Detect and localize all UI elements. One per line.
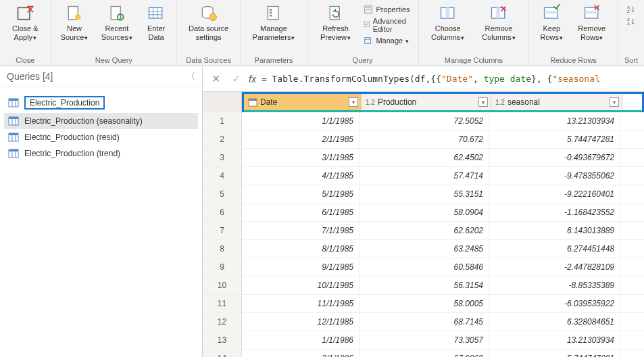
cell-date[interactable]: 1/1/1985 — [242, 112, 360, 130]
row-number: 5 — [203, 185, 242, 203]
queries-header: Queries [4] 〈 — [0, 66, 202, 87]
cell-date[interactable]: 11/1/1985 — [242, 295, 360, 312]
close-apply-button[interactable]: Close & Apply▾ — [4, 3, 47, 43]
sort-asc-button[interactable]: AZ — [625, 4, 637, 15]
new-query-group-label: New Query — [95, 56, 132, 64]
cell-date[interactable]: 9/1/1985 — [242, 258, 360, 276]
ribbon-group-sort: AZ ZA Sort — [618, 0, 644, 66]
remove-columns-button[interactable]: Remove Columns▾ — [473, 3, 524, 43]
choose-columns-button[interactable]: Choose Columns▾ — [423, 3, 473, 43]
query-item[interactable]: Electric_Production (trend) — [4, 145, 198, 162]
cell-seasonal[interactable]: 13.21303934 — [489, 331, 620, 349]
cell-production[interactable]: 73.3057 — [360, 331, 489, 349]
formula-confirm-icon[interactable]: ✓ — [228, 72, 243, 85]
table-row[interactable]: 66/1/198558.0904-1.168423552 — [203, 204, 644, 222]
cell-date[interactable]: 6/1/1985 — [242, 204, 360, 221]
query-item[interactable]: Electric_Production (resid) — [4, 129, 198, 145]
cell-date[interactable]: 4/1/1985 — [242, 167, 360, 185]
table-row[interactable]: 22/1/198570.6725.744747281 — [203, 130, 644, 149]
filter-seasonal-icon[interactable]: ▾ — [610, 97, 619, 107]
cell-seasonal[interactable]: 5.744747281 — [489, 350, 620, 357]
cell-date[interactable]: 5/1/1985 — [242, 185, 360, 203]
enter-data-button[interactable]: Enter Data — [140, 3, 172, 43]
cell-seasonal[interactable]: 13.21303934 — [489, 112, 620, 130]
new-source-button[interactable]: New Source▾ — [55, 3, 94, 43]
table-row[interactable]: 88/1/198563.24856.274451448 — [203, 240, 644, 258]
table-row[interactable]: 1212/1/198568.71456.328084651 — [203, 313, 644, 331]
properties-button[interactable]: Properties — [362, 4, 411, 15]
cell-production[interactable]: 57.4714 — [360, 167, 489, 185]
cell-date[interactable]: 2/1/1985 — [242, 130, 360, 148]
keep-rows-button[interactable]: Keep Rows▾ — [533, 3, 570, 43]
cell-seasonal[interactable]: 6.328084651 — [489, 313, 620, 331]
cell-date[interactable]: 2/1/1986 — [242, 350, 360, 357]
cell-production[interactable]: 68.7145 — [360, 313, 489, 331]
table-row[interactable]: 99/1/198560.5846-2.447828109 — [203, 258, 644, 277]
number-type-icon: 1.2 — [495, 99, 505, 106]
cell-production[interactable]: 70.672 — [360, 130, 489, 148]
data-grid: Date ▾ 1.2 Production ▾ 1.2 seasonal ▾ — [203, 92, 644, 357]
table-row[interactable]: 1111/1/198558.0005-6.039535922 — [203, 295, 644, 313]
table-row[interactable]: 142/1/198667.98695.744747281 — [203, 350, 644, 357]
ribbon: Close & Apply▾ Close New Source▾ Recent … — [0, 0, 644, 66]
cell-production[interactable]: 72.5052 — [360, 112, 489, 130]
cell-date[interactable]: 12/1/1985 — [242, 313, 360, 331]
cell-date[interactable]: 1/1/1986 — [242, 331, 360, 349]
cell-seasonal[interactable]: -0.493679672 — [489, 149, 620, 166]
cell-date[interactable]: 8/1/1985 — [242, 240, 360, 258]
recent-sources-button[interactable]: Recent Sources▾ — [93, 3, 140, 43]
cell-seasonal[interactable]: -9.222160401 — [489, 185, 620, 203]
table-icon — [8, 98, 19, 108]
collapse-queries-icon[interactable]: 〈 — [187, 70, 195, 82]
cell-production[interactable]: 55.3151 — [360, 185, 489, 203]
table-row[interactable]: 33/1/198562.4502-0.493679672 — [203, 149, 644, 167]
refresh-preview-button[interactable]: Refresh Preview▾ — [312, 3, 360, 43]
formula-cancel-icon[interactable]: ✕ — [208, 72, 223, 85]
manage-button[interactable]: Manage ▾ — [362, 35, 411, 46]
table-row[interactable]: 1010/1/198556.3154-8.85335389 — [203, 277, 644, 295]
cell-seasonal[interactable]: 6.274451448 — [489, 240, 620, 258]
cell-production[interactable]: 58.0005 — [360, 295, 489, 312]
filter-date-icon[interactable]: ▾ — [349, 97, 358, 107]
table-row[interactable]: 77/1/198562.62026.143013889 — [203, 222, 644, 240]
manage-parameters-button[interactable]: Manage Parameters▾ — [245, 3, 302, 43]
cell-production[interactable]: 58.0904 — [360, 204, 489, 221]
sort-desc-button[interactable]: ZA — [625, 16, 637, 27]
table-row[interactable]: 11/1/198572.505213.21303934 — [203, 112, 644, 130]
cell-seasonal[interactable]: -1.168423552 — [489, 204, 620, 221]
cell-production[interactable]: 62.4502 — [360, 149, 489, 166]
cell-date[interactable]: 3/1/1985 — [242, 149, 360, 166]
advanced-editor-button[interactable]: Advanced Editor — [362, 16, 411, 34]
remove-rows-button[interactable]: Remove Rows▾ — [570, 3, 614, 43]
cell-date[interactable]: 10/1/1985 — [242, 277, 360, 294]
cell-seasonal[interactable]: -2.447828109 — [489, 258, 620, 276]
cell-production[interactable]: 67.9869 — [360, 350, 489, 357]
filter-production-icon[interactable]: ▾ — [478, 97, 488, 107]
cell-seasonal[interactable]: 5.744747281 — [489, 130, 620, 148]
fx-icon[interactable]: fx — [249, 74, 256, 85]
cell-seasonal[interactable]: -9.478355062 — [489, 167, 620, 185]
cell-seasonal[interactable]: 6.143013889 — [489, 222, 620, 239]
formula-text[interactable]: = Table.TransformColumnTypes(df,{{"Date"… — [262, 74, 639, 84]
svg-rect-14 — [270, 11, 272, 14]
keep-rows-label: Keep Rows▾ — [537, 24, 566, 41]
svg-point-11 — [209, 14, 216, 21]
cell-seasonal[interactable]: -8.85335389 — [489, 277, 620, 294]
data-source-settings-button[interactable]: Data source settings — [181, 3, 236, 43]
table-row[interactable]: 131/1/198673.305713.21303934 — [203, 331, 644, 350]
table-row[interactable]: 55/1/198555.3151-9.222160401 — [203, 185, 644, 204]
advanced-editor-label: Advanced Editor — [373, 17, 410, 33]
cell-production[interactable]: 56.3154 — [360, 277, 489, 294]
query-item[interactable]: Electric_Production — [4, 93, 198, 113]
column-header-date[interactable]: Date ▾ — [244, 94, 362, 110]
cell-seasonal[interactable]: -6.039535922 — [489, 295, 620, 312]
column-header-seasonal[interactable]: 1.2 seasonal ▾ — [491, 94, 622, 110]
cell-date[interactable]: 7/1/1985 — [242, 222, 360, 239]
cell-production[interactable]: 60.5846 — [360, 258, 489, 276]
query-item[interactable]: Electric_Production (seasonality) — [4, 113, 198, 129]
table-row[interactable]: 44/1/198557.4714-9.478355062 — [203, 167, 644, 185]
column-header-production[interactable]: 1.2 Production ▾ — [362, 94, 491, 110]
cell-production[interactable]: 63.2485 — [360, 240, 489, 258]
cell-production[interactable]: 62.6202 — [360, 222, 489, 239]
svg-rect-28 — [545, 11, 558, 14]
